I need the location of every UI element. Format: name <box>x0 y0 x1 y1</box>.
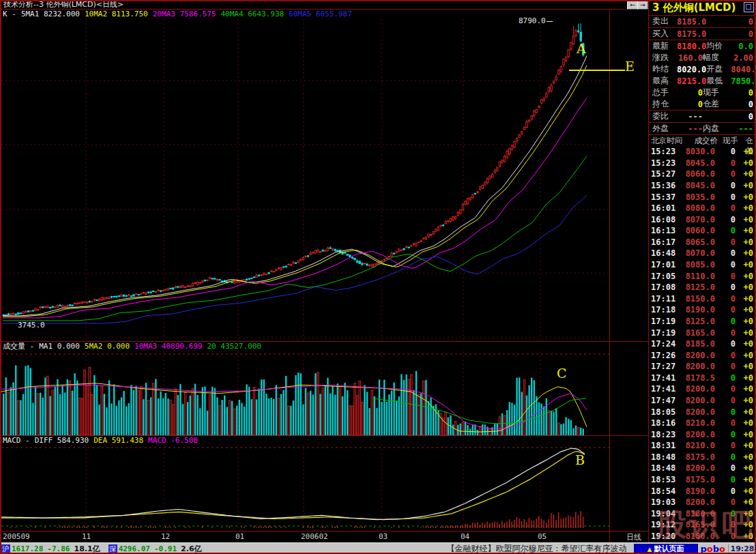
peak-price-label: 8790.0 <box>519 16 546 25</box>
quote-label: 现手 <box>703 87 727 98</box>
back-arrow-button[interactable]: ← <box>627 1 638 10</box>
tick-row: 17:418178.50+0 <box>649 373 756 384</box>
quote-row: 昨结8020.0开盘8040.0 <box>649 63 756 75</box>
period-label: 日线 <box>626 532 641 542</box>
tick-row: 18:168210.00+0 <box>649 418 756 429</box>
right-arrow-icon: → <box>640 1 645 8</box>
quote-value: 0 <box>731 29 753 39</box>
quote-value: 0 <box>731 17 753 27</box>
volume-chart[interactable] <box>1 351 609 435</box>
chart-title-bar: 技术分析--3 伦外铜(LMCD)<日线> <box>1 0 628 9</box>
quote-value: 160.0 <box>677 53 703 63</box>
quote-label: 昨结 <box>652 63 677 75</box>
tick-row: 16:018080.00+0 <box>649 203 756 214</box>
tick-row: 16:178065.00+0 <box>649 237 756 248</box>
quote-row: 委比---0 <box>649 111 756 123</box>
shenzhen-index: 4296.07 <box>119 544 150 553</box>
quote-value: 7850.0 <box>731 76 756 86</box>
quote-label: 最高 <box>652 75 677 87</box>
ma-indicator-row: K -5MA1 8232.00010MA2 8113.75020MA3 7586… <box>3 10 607 18</box>
news-ticker[interactable]: 【金融财经】欧盟阿尔穆尼亚：希望汇率有序波动 <box>209 543 634 554</box>
trading-terminal-window: 技术分析--3 伦外铜(LMCD)<日线> ← → K -5MA1 8232.0… <box>0 0 756 554</box>
tick-row: 18:238200.00+0 <box>649 428 756 440</box>
tick-row: 19:048180.00+0 <box>649 508 756 520</box>
default-page-button[interactable]: ▲ 默认页面 <box>634 544 698 554</box>
tick-row: 17:198125.00+0 <box>649 316 756 327</box>
x-axis-label: 03 <box>379 532 388 541</box>
tick-row: 17:058110.00+0 <box>649 270 756 282</box>
indicator-value: DIFF 584.930 <box>35 436 89 445</box>
horizontal-marker-line-E <box>569 70 625 71</box>
indicator-prefix: 成交量 - <box>3 342 34 351</box>
indicator-value: DEA 591.438 <box>93 436 143 445</box>
indicator-value: 60MA5 6055.987 <box>289 10 352 18</box>
quote-label: 幅度 <box>703 52 727 63</box>
tick-row: 17:118150.00+0 <box>649 293 756 305</box>
quote-label: 开盘 <box>706 63 731 75</box>
tick-row: 17:188190.00+0 <box>649 304 756 316</box>
quote-panel-header: 3 伦外铜(LMCD) <box>649 0 756 16</box>
quote-row: 买入8175.00 <box>649 28 756 40</box>
quote-label: 委比 <box>652 111 677 122</box>
shanghai-market-icon: 沪 <box>1 544 10 553</box>
x-axis-label: 12 <box>161 532 170 541</box>
quote-value: --- <box>677 112 703 121</box>
quote-label: 最低 <box>706 75 731 87</box>
indicator-value: 20MA3 7586.575 <box>153 10 216 18</box>
quote-value: 0 <box>677 88 703 98</box>
status-bar: 沪 1617.28 -7.86 18.1亿 深 4296.07 -0.91 2.… <box>0 542 756 554</box>
quote-label: 均价 <box>706 40 731 52</box>
maximize-icon[interactable] <box>744 2 754 12</box>
letter-annotation-A: A <box>577 41 586 56</box>
triangle-icon: ▲ <box>648 546 652 553</box>
tick-row: 18:058200.00+0 <box>649 406 756 418</box>
tick-row: 17:278200.00+0 <box>649 361 756 373</box>
macd-indicator-row: MACD -DIFF 584.930DEA 591.438MACD -6.508 <box>3 436 203 445</box>
tick-row: 17:088125.00+0 <box>649 282 756 293</box>
quote-label: 仓差 <box>703 98 727 110</box>
quote-value: 8215.0 <box>677 76 706 86</box>
instrument-name: 伦外铜(LMCD) <box>663 1 736 14</box>
quote-row: 最新8180.0均价0.0 <box>649 40 756 52</box>
quote-label: 买入 <box>652 28 677 40</box>
tick-row: 17:478200.00+0 <box>649 395 756 407</box>
shanghai-change: -7.86 <box>47 544 70 553</box>
quote-value: 0 <box>727 88 753 98</box>
indicator-value: 40MA4 6643.938 <box>220 10 284 18</box>
forward-arrow-button[interactable]: → <box>637 1 648 10</box>
tick-row: 17:268200.00+0 <box>649 349 756 361</box>
start-price-label: 3745.0 <box>18 321 45 330</box>
shanghai-amount: 18.1亿 <box>74 544 100 554</box>
tick-row: 18:538175.00+0 <box>649 474 756 486</box>
main-candlestick-chart[interactable] <box>1 19 609 341</box>
quote-value: --- <box>677 124 703 134</box>
quote-label: 卖出 <box>652 16 677 27</box>
quote-value: 0 <box>727 100 753 109</box>
tick-row: 17:248185.00+0 <box>649 338 756 350</box>
chart-title: 技术分析--3 伦外铜(LMCD)<日线> <box>3 0 123 9</box>
quote-value: 8020.0 <box>677 65 706 74</box>
quote-row: 外盘---内盘--- <box>649 123 756 135</box>
macd-chart[interactable] <box>1 445 609 531</box>
left-arrow-icon: ← <box>630 1 635 8</box>
indicator-value: 10MA2 8113.750 <box>85 10 148 18</box>
shenzhen-market-icon: 深 <box>108 544 117 553</box>
x-axis-label: 200602 <box>301 532 328 541</box>
tick-table[interactable]: 北京时间成交价现手仓差 15:238030.00+015:238045.00+0… <box>649 134 756 542</box>
quote-value: 8175.0 <box>677 29 706 39</box>
quote-value: 2.00 <box>727 53 753 63</box>
x-axis-label: 11 <box>82 532 91 541</box>
quote-row: 持仓0仓差0 <box>649 98 756 111</box>
tick-row: 16:138060.00+0 <box>649 225 756 237</box>
indicator-value: MA1 0.000 <box>39 342 80 351</box>
indicator-prefix: K - <box>3 10 16 18</box>
quote-value: 8040.0 <box>731 65 756 74</box>
quote-label: 涨跌 <box>652 52 677 63</box>
quote-panel: 3 伦外铜(LMCD) 卖出8185.00买入8175.00最新8180.0均价… <box>648 0 756 542</box>
quote-value: --- <box>727 124 753 134</box>
tick-row: 16:488070.00+0 <box>649 248 756 259</box>
tick-table-rows: 15:238030.00+015:238045.00+015:278060.00… <box>649 146 756 542</box>
quote-value: 0 <box>727 112 753 121</box>
tick-row: 15:378035.00+0 <box>649 191 756 203</box>
tick-row: 19:128165.00+0 <box>649 519 756 531</box>
